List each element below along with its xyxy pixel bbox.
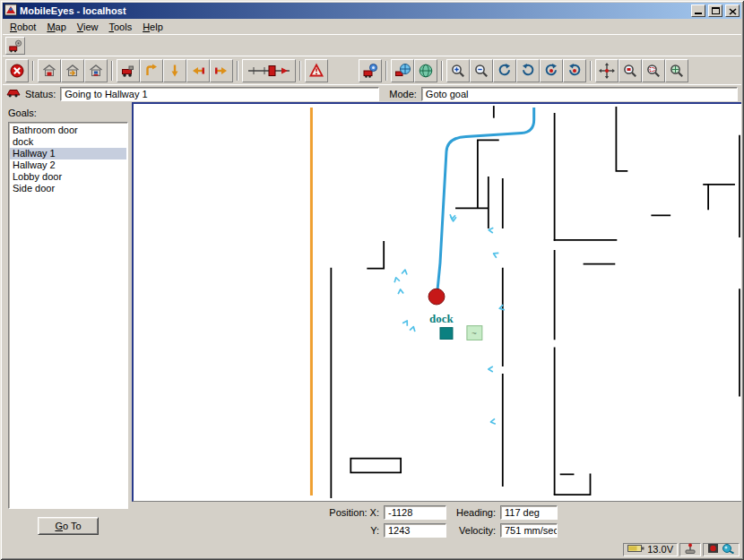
center-on-robot-button[interactable] bbox=[595, 59, 619, 82]
robot-globe-button[interactable] bbox=[391, 59, 414, 82]
goals-list[interactable]: Bathroom doordockHallway 1Hallway 2Lobby… bbox=[8, 122, 128, 509]
remote-camera-icon bbox=[362, 63, 378, 79]
zoom-to-robot-icon bbox=[622, 63, 638, 79]
connection-toolbar bbox=[3, 34, 741, 56]
dock-retrieve-button[interactable] bbox=[61, 59, 84, 82]
rotate-ccw-button[interactable] bbox=[516, 59, 540, 82]
dock-station-button[interactable] bbox=[84, 59, 108, 82]
rotate-cw-icon bbox=[497, 63, 513, 79]
status-value-field[interactable]: Going to Hallway 1 bbox=[60, 87, 379, 101]
rotate-ccw-icon bbox=[520, 63, 536, 79]
joystick-cell bbox=[679, 543, 701, 556]
position-x-field[interactable]: -1128 bbox=[384, 505, 446, 520]
menu-bar: RobotMapViewToolsHelp bbox=[3, 19, 741, 34]
status-robot-icon bbox=[6, 88, 21, 99]
window-title: MobileEyes - localhost bbox=[20, 5, 126, 16]
zoom-in-button[interactable] bbox=[446, 59, 470, 82]
goal-item-side-door[interactable]: Side door bbox=[10, 183, 126, 194]
goal-item-bathroom-door[interactable]: Bathroom door bbox=[10, 125, 126, 136]
globe-button[interactable] bbox=[414, 59, 437, 82]
dock-button[interactable] bbox=[38, 59, 61, 82]
y-label: Y: bbox=[325, 523, 379, 538]
goal-item-hallway-2[interactable]: Hallway 2 bbox=[10, 159, 126, 171]
devices-cell bbox=[703, 543, 740, 556]
alarm-icon bbox=[308, 63, 324, 79]
turn-left-button[interactable] bbox=[186, 59, 210, 82]
app-icon bbox=[4, 4, 17, 18]
robot-marker bbox=[428, 289, 445, 305]
telemetry-panel: Position: X: -1128 Heading: 117 deg Y: 1… bbox=[132, 502, 741, 541]
robot-setup-icon bbox=[8, 39, 22, 53]
toolbar-separator bbox=[299, 61, 301, 81]
turn-right-icon bbox=[213, 63, 229, 79]
zoom-to-fit-icon bbox=[669, 63, 685, 79]
goal-item-hallway-1[interactable]: Hallway 1 bbox=[10, 148, 126, 159]
robot-globe-icon bbox=[394, 63, 411, 79]
rotate-cw-button[interactable] bbox=[493, 59, 516, 82]
zoom-to-fit-button[interactable] bbox=[665, 59, 688, 82]
toolbar-separator bbox=[385, 61, 387, 81]
menu-robot[interactable]: Robot bbox=[4, 21, 41, 33]
menu-help[interactable]: Help bbox=[137, 21, 169, 33]
mode-label: Mode: bbox=[389, 89, 417, 99]
position-x-label: Position: X: bbox=[325, 505, 379, 521]
turn-right-button[interactable] bbox=[210, 59, 233, 82]
zoom-to-region-button[interactable] bbox=[642, 59, 665, 82]
velocity-field[interactable]: 751 mm/sec bbox=[500, 523, 558, 538]
zoom-to-robot-button[interactable] bbox=[619, 59, 642, 82]
orbit-cw-button[interactable] bbox=[540, 59, 563, 82]
dock-zone-glyph: ~ bbox=[471, 329, 477, 339]
maximize-button[interactable] bbox=[708, 4, 722, 17]
robot-path-line bbox=[437, 108, 534, 290]
orbit-ccw-button[interactable] bbox=[563, 59, 586, 82]
close-icon bbox=[729, 4, 737, 18]
drive-robot-button[interactable] bbox=[117, 59, 140, 82]
menu-view[interactable]: View bbox=[72, 21, 104, 33]
stop-button[interactable] bbox=[5, 59, 29, 82]
zoom-to-region-icon bbox=[645, 63, 662, 79]
robot-setup-button[interactable] bbox=[5, 37, 25, 55]
speed-slider-icon bbox=[246, 63, 292, 79]
status-label: Status: bbox=[25, 89, 56, 99]
toolbar-separator bbox=[441, 61, 443, 81]
heading-value: 117 deg bbox=[505, 507, 540, 518]
remote-camera-button[interactable] bbox=[359, 59, 382, 82]
velocity-label: Velocity: bbox=[451, 523, 496, 538]
minimize-button[interactable] bbox=[691, 4, 705, 17]
toolbar-separator bbox=[111, 61, 113, 81]
go-to-button[interactable]: Go To bbox=[38, 517, 99, 535]
turn-left-icon bbox=[190, 63, 206, 79]
battery-icon bbox=[627, 544, 645, 555]
vision-icon bbox=[722, 543, 735, 556]
drive-robot-icon bbox=[120, 63, 136, 79]
orbit-cw-icon bbox=[543, 63, 559, 79]
heading-field[interactable]: 117 deg bbox=[500, 505, 558, 520]
zoom-out-button[interactable] bbox=[470, 59, 493, 82]
goals-panel: Goals: Bathroom doordockHallway 1Hallway… bbox=[3, 102, 132, 541]
map-area[interactable]: dock ~ bbox=[132, 102, 741, 502]
menu-tools[interactable]: Tools bbox=[103, 21, 137, 33]
menu-map[interactable]: Map bbox=[41, 21, 71, 33]
y-value: 1243 bbox=[388, 525, 410, 536]
joystick-icon bbox=[684, 543, 696, 556]
zoom-out-icon bbox=[473, 63, 489, 79]
turn-down-button[interactable] bbox=[163, 59, 186, 82]
turn-upleft-button[interactable] bbox=[140, 59, 163, 82]
globe-icon bbox=[418, 63, 434, 79]
mode-value-field[interactable]: Goto goal bbox=[421, 87, 738, 101]
close-button[interactable] bbox=[725, 4, 740, 17]
alarm-button[interactable] bbox=[305, 59, 328, 82]
goal-item-lobby-door[interactable]: Lobby door bbox=[10, 171, 126, 183]
heading-label: Heading: bbox=[451, 505, 496, 521]
dock-goal-label: dock bbox=[429, 313, 454, 325]
speed-slider-button[interactable] bbox=[242, 59, 296, 82]
goal-item-dock[interactable]: dock bbox=[10, 136, 126, 148]
velocity-value: 751 mm/sec bbox=[505, 525, 558, 536]
dock-station-icon bbox=[88, 63, 104, 79]
map-column: dock ~ Position: X: -1128 Heading: 117 d… bbox=[132, 102, 741, 541]
turn-upleft-icon bbox=[143, 63, 160, 79]
titlebar[interactable]: MobileEyes - localhost bbox=[3, 3, 741, 19]
map-canvas[interactable]: dock ~ bbox=[134, 104, 741, 501]
y-field[interactable]: 1243 bbox=[384, 523, 446, 538]
mode-value: Goto goal bbox=[426, 89, 469, 99]
